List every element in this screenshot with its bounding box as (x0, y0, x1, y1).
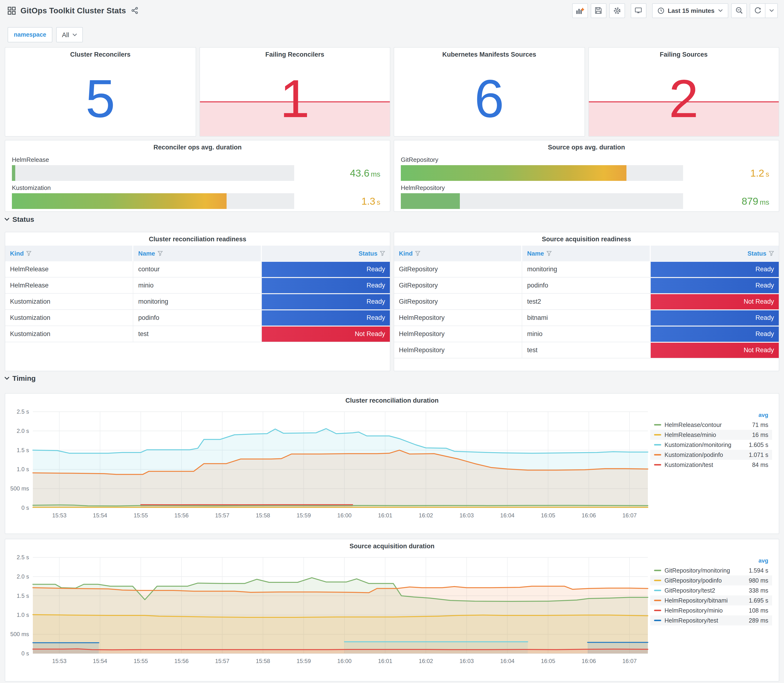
legend-series-name[interactable]: Kustomization/test (665, 462, 749, 468)
x-axis-tick: 15:57 (215, 512, 229, 519)
cell-status: Not Ready (261, 326, 390, 342)
column-header-name[interactable]: Name (523, 245, 651, 261)
status-badge: Not Ready (261, 326, 390, 342)
cell-name: test (133, 326, 262, 342)
section-status[interactable]: Status (4, 215, 34, 223)
legend-series-color (654, 444, 661, 446)
legend-series-name[interactable]: GitRepository/test2 (665, 587, 746, 594)
x-axis-tick: 15:55 (133, 658, 148, 664)
zoom-out-icon (735, 6, 743, 14)
refresh-button[interactable] (750, 3, 765, 18)
legend-series-name[interactable]: GitRepository/monitoring (665, 567, 746, 574)
legend-item-gitrepository-test2[interactable]: GitRepository/test2338 ms (650, 585, 772, 595)
legend-item-gitrepository-podinfo[interactable]: GitRepository/podinfo980 ms (650, 576, 772, 585)
gauge-track (401, 165, 683, 181)
column-header-status[interactable]: Status (261, 245, 390, 261)
timeseries-panel-source-acquisition-duration: Source acquisition duration0 s500 ms1.0 … (5, 539, 779, 681)
x-axis-tick: 16:02 (418, 658, 433, 664)
series-fills (33, 429, 648, 508)
panel-title[interactable]: Cluster reconciliation readiness (5, 232, 390, 243)
cell-kind: GitRepository (394, 277, 523, 293)
variable-namespace-dropdown[interactable]: All (56, 27, 83, 42)
panel-title[interactable]: Source ops avg. duration (394, 140, 779, 151)
cell-name: monitoring (133, 293, 262, 309)
legend-item-kustomization-monitoring[interactable]: Kustomization/monitoring1.605 s (650, 440, 772, 450)
table-row: HelmRepositorybitnamiReady (394, 310, 779, 326)
panel-title[interactable]: Cluster reconciliation duration (5, 394, 779, 404)
legend-series-name[interactable]: Kustomization/podinfo (665, 451, 746, 458)
legend-item-gitrepository-monitoring[interactable]: GitRepository/monitoring1.594 s (650, 566, 772, 576)
legend-item-kustomization-podinfo[interactable]: Kustomization/podinfo1.071 s (650, 450, 772, 460)
y-axis-tick: 1.0 s (17, 466, 29, 472)
cell-name: test2 (523, 293, 651, 309)
panel-title[interactable]: Cluster Reconcilers (5, 48, 196, 58)
cell-status: Ready (261, 293, 390, 309)
stat-value: 2 (588, 72, 779, 126)
legend-series-name[interactable]: Kustomization/monitoring (665, 441, 746, 448)
legend-series-color (654, 610, 661, 611)
legend-item-helmrelease-minio[interactable]: HelmRelease/minio16 ms (650, 430, 772, 440)
legend-avg-header[interactable]: avg (650, 557, 772, 566)
gauge-row: 1.3s (12, 193, 383, 209)
legend-avg-header[interactable]: avg (650, 412, 772, 420)
legend-item-helmrepository-minio[interactable]: HelmRepository/minio108 ms (650, 605, 772, 616)
chart-legend: avgHelmRelease/contour71 msHelmRelease/m… (650, 412, 772, 470)
x-axis-tick: 16:05 (541, 512, 555, 519)
chart-plot[interactable]: 0 s500 ms1.0 s1.5 s2.0 s2.5 s15:5315:541… (7, 405, 653, 531)
cell-status: Ready (261, 277, 390, 293)
panel-title[interactable]: Reconciler ops avg. duration (5, 140, 390, 151)
y-axis-tick: 0 s (21, 650, 29, 657)
column-header-kind[interactable]: Kind (5, 245, 133, 261)
legend-series-name[interactable]: HelmRepository/minio (665, 607, 746, 614)
panel-title[interactable]: Source acquisition readiness (394, 232, 779, 243)
timeseries-panel-cluster-reconciliation-duration: Cluster reconciliation duration0 s500 ms… (5, 393, 779, 534)
column-header-status[interactable]: Status (651, 245, 779, 261)
cell-kind: GitRepository (394, 261, 523, 277)
legend-item-kustomization-test[interactable]: Kustomization/test84 ms (650, 460, 772, 470)
table-row: HelmReleasecontourReady (5, 261, 390, 277)
gauge-row: 1.2s (401, 165, 772, 181)
x-axis-tick: 16:00 (337, 512, 351, 519)
legend-series-name[interactable]: HelmRelease/contour (665, 422, 749, 428)
panel-title[interactable]: Failing Sources (588, 48, 779, 58)
legend-series-name[interactable]: GitRepository/podinfo (665, 577, 746, 584)
dashboard-settings-button[interactable] (609, 3, 625, 18)
save-dashboard-button[interactable] (590, 3, 606, 18)
gauge-track (401, 193, 683, 209)
cycle-view-mode-button[interactable] (630, 3, 646, 18)
legend-series-name[interactable]: HelmRelease/minio (665, 431, 749, 438)
legend-series-name[interactable]: HelmRepository/test (665, 617, 746, 624)
share-icon[interactable] (131, 6, 138, 14)
panel-title[interactable]: Source acquisition duration (5, 539, 779, 550)
gauge-row: 879ms (401, 193, 772, 209)
filter-funnel-icon (547, 251, 552, 256)
legend-series-name[interactable]: HelmRepository/bitnami (665, 597, 746, 604)
bargauge-panel-reconciler-ops-avg-duration: Reconciler ops avg. durationHelmRelease4… (5, 140, 390, 212)
series-fill-helmrepository-test (588, 642, 648, 654)
column-header-kind[interactable]: Kind (394, 245, 523, 261)
column-header-name[interactable]: Name (133, 245, 262, 261)
legend-item-helmrepository-bitnami[interactable]: HelmRepository/bitnami1.695 s (650, 595, 772, 605)
series-fill-helmrepository-test (33, 643, 99, 654)
legend-series-avg: 1.605 s (749, 441, 768, 448)
stat-panels-row: Cluster Reconcilers5Failing Reconcilers1… (5, 47, 779, 136)
section-timing[interactable]: Timing (4, 374, 36, 382)
refresh-interval-dropdown[interactable] (765, 3, 778, 18)
chart-legend: avgGitRepository/monitoring1.594 sGitRep… (650, 557, 772, 625)
legend-item-helmrelease-contour[interactable]: HelmRelease/contour71 ms (650, 420, 772, 430)
legend-item-helmrepository-test[interactable]: HelmRepository/test289 ms (650, 616, 772, 625)
zoom-out-button[interactable] (731, 3, 747, 18)
table-row: GitRepositorypodinfoReady (394, 277, 779, 293)
x-axis-tick: 15:54 (93, 658, 107, 664)
dashboard-variables: namespace All (8, 27, 83, 42)
chart-plot[interactable]: 0 s500 ms1.0 s1.5 s2.0 s2.5 s15:5315:541… (7, 551, 653, 678)
time-range-picker[interactable]: Last 15 minutes (652, 3, 728, 18)
legend-series-color (654, 570, 661, 571)
panel-title[interactable]: Kubernetes Manifests Sources (394, 48, 584, 58)
section-timing-label: Timing (12, 374, 36, 382)
save-icon (595, 6, 602, 14)
cell-kind: HelmRelease (5, 261, 133, 277)
panel-title[interactable]: Failing Reconcilers (200, 48, 390, 58)
add-panel-button[interactable] (572, 3, 588, 18)
legend-series-avg: 1.071 s (749, 451, 768, 458)
